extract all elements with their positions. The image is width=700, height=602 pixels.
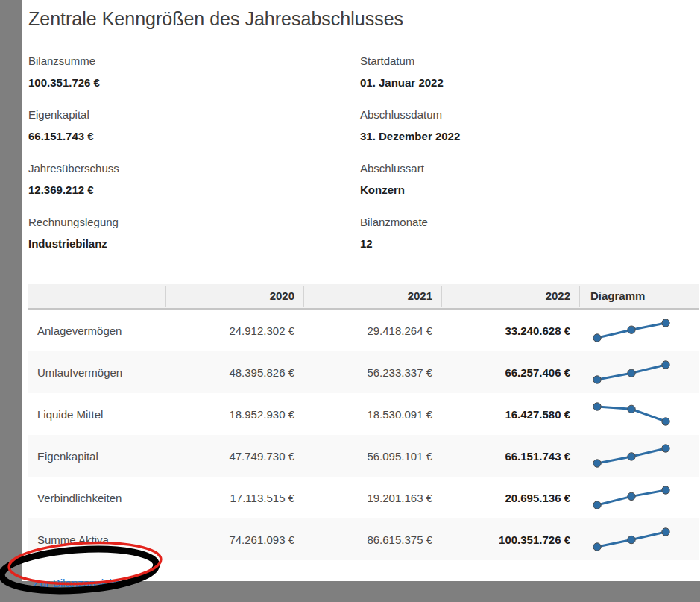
summary-value: 100.351.726 €: [28, 75, 360, 90]
table-row: Summe Aktiva 74.261.093 € 86.615.375 € 1…: [28, 518, 699, 560]
value-2022: 16.427.580 €: [441, 408, 579, 421]
table-row: Anlagevermögen 24.912.302 € 29.418.264 €…: [28, 310, 699, 351]
value-2020: 47.749.730 €: [165, 450, 303, 463]
summary-item: Jahresüberschuss 12.369.212 €: [28, 161, 360, 198]
table-row: Verbindlichkeiten 17.113.515 € 19.201.16…: [28, 477, 699, 518]
column-header-2022: 2022: [441, 286, 579, 307]
table-row: Eigenkapital 47.749.730 € 56.095.101 € 6…: [28, 435, 699, 477]
value-2020: 17.113.515 €: [165, 492, 303, 504]
summary-value: 01. Januar 2022: [360, 75, 700, 90]
summary-value: Industriebilanz: [28, 236, 360, 251]
table-header-row: 2020 2021 2022 Diagramm: [28, 284, 699, 310]
summary-item: Rechnungslegung Industriebilanz: [28, 215, 360, 251]
value-2020: 48.395.826 €: [165, 366, 303, 379]
summary-value: 66.151.743 €: [28, 129, 360, 144]
row-label: Eigenkapital: [28, 450, 165, 463]
summary-item: Bilanzsumme 100.351.726 €: [28, 54, 360, 90]
summary-item: Bilanzmonate 12: [360, 215, 700, 251]
page-title: Zentrale Kenngrößen des Jahresabschlusse…: [28, 6, 700, 31]
row-label: Verbindlichkeiten: [28, 492, 165, 504]
summary-label: Eigenkapital: [28, 107, 360, 122]
summary-item: Abschlussart Konzern: [360, 161, 700, 198]
summary-item: Abschlussdatum 31. Dezember 2022: [360, 107, 700, 144]
table-body: Anlagevermögen 24.912.302 € 29.418.264 €…: [28, 310, 699, 560]
sparkline-cell: [579, 401, 699, 427]
value-2022: 66.257.406 €: [441, 366, 579, 379]
summary-grid: Bilanzsumme 100.351.726 € Startdatum 01.…: [28, 54, 700, 269]
row-label: Umlaufvermögen: [28, 366, 165, 379]
value-2022: 100.351.726 €: [441, 533, 579, 546]
trend-sparkline-chart: [590, 484, 673, 511]
value-2021: 56.095.101 €: [303, 450, 441, 463]
summary-item: Eigenkapital 66.151.743 €: [28, 107, 360, 144]
summary-value: 31. Dezember 2022: [360, 129, 700, 144]
sparkline-cell: [579, 442, 699, 469]
summary-value: 12: [360, 236, 700, 251]
trend-sparkline-chart: [590, 401, 673, 427]
column-header-diagramm: Diagramm: [579, 286, 699, 307]
trend-sparkline-chart: [590, 317, 673, 344]
value-2021: 56.233.337 €: [303, 366, 441, 379]
table-row: Liquide Mittel 18.952.930 € 18.530.091 €…: [28, 393, 699, 435]
value-2020: 24.912.302 €: [165, 324, 303, 337]
sparkline-cell: [579, 359, 699, 386]
content-card: Zentrale Kenngrößen des Jahresabschlusse…: [22, 0, 700, 581]
row-label: Summe Aktiva: [28, 533, 165, 546]
summary-label: Jahresüberschuss: [28, 161, 360, 176]
summary-label: Bilanzsumme: [28, 54, 360, 69]
comparison-table: 2020 2021 2022 Diagramm Anlagevermögen 2…: [28, 284, 699, 560]
summary-label: Abschlussart: [360, 161, 700, 176]
sparkline-cell: [579, 317, 699, 344]
value-2021: 18.530.091 €: [303, 408, 441, 421]
summary-label: Rechnungslegung: [28, 215, 360, 230]
table-row: Umlaufvermögen 48.395.826 € 56.233.337 €…: [28, 351, 699, 393]
balance-view-link[interactable]: Zur Bilanzansicht: [33, 577, 119, 589]
summary-label: Bilanzmonate: [360, 215, 700, 230]
summary-value: Konzern: [360, 183, 700, 198]
value-2020: 18.952.930 €: [165, 408, 303, 421]
value-2021: 29.418.264 €: [303, 324, 441, 337]
value-2021: 86.615.375 €: [303, 533, 441, 546]
value-2022: 20.695.136 €: [441, 492, 579, 504]
trend-sparkline-chart: [590, 359, 673, 386]
sparkline-cell: [579, 526, 699, 553]
summary-label: Startdatum: [360, 54, 700, 69]
column-header-2021: 2021: [303, 286, 441, 307]
summary-label: Abschlussdatum: [360, 107, 700, 122]
sparkline-cell: [579, 484, 699, 511]
summary-value: 12.369.212 €: [28, 183, 360, 198]
value-2022: 66.151.743 €: [441, 450, 579, 463]
row-label: Anlagevermögen: [28, 324, 165, 337]
value-2021: 19.201.163 €: [303, 492, 441, 504]
summary-item: Startdatum 01. Januar 2022: [360, 54, 700, 90]
row-label: Liquide Mittel: [28, 408, 165, 421]
value-2020: 74.261.093 €: [165, 533, 303, 546]
column-header-2020: 2020: [165, 286, 303, 307]
value-2022: 33.240.628 €: [441, 324, 579, 337]
trend-sparkline-chart: [590, 526, 673, 553]
trend-sparkline-chart: [590, 442, 673, 469]
